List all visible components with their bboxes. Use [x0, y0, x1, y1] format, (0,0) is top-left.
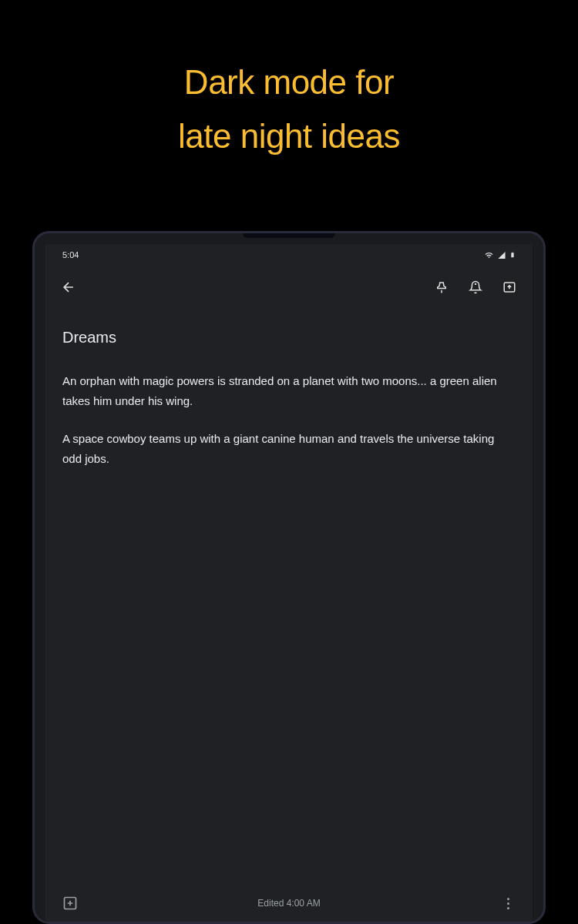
note-title[interactable]: Dreams	[62, 329, 516, 346]
status-bar: 5:04	[45, 244, 533, 266]
wifi-icon	[484, 251, 494, 259]
promo-line-1: Dark mode for	[0, 55, 578, 109]
note-paragraph-2: A space cowboy teams up with a giant can…	[62, 429, 516, 468]
reminder-button[interactable]	[466, 278, 485, 296]
bottom-bar: Edited 4:00 AM	[45, 885, 533, 922]
bell-plus-icon	[469, 280, 482, 294]
more-button[interactable]	[499, 894, 517, 912]
promo-heading: Dark mode for late night ideas	[0, 0, 578, 164]
add-button[interactable]	[61, 894, 79, 912]
back-button[interactable]	[59, 278, 78, 296]
pin-button[interactable]	[432, 278, 451, 296]
note-content[interactable]: Dreams An orphan with magic powers is st…	[45, 309, 533, 885]
app-screen: 5:04	[45, 244, 533, 922]
signal-icon	[497, 251, 506, 259]
more-vertical-icon	[500, 896, 516, 911]
status-time: 5:04	[62, 250, 79, 259]
arrow-left-icon	[61, 280, 76, 295]
note-body[interactable]: An orphan with magic powers is stranded …	[62, 371, 516, 468]
promo-line-2: late night ideas	[0, 109, 578, 163]
app-bar	[45, 266, 533, 309]
note-paragraph-1: An orphan with magic powers is stranded …	[62, 371, 516, 410]
battery-icon	[509, 250, 516, 259]
tablet-notch	[243, 233, 335, 238]
plus-box-icon	[62, 896, 78, 911]
edited-timestamp: Edited 4:00 AM	[257, 898, 320, 909]
archive-icon	[502, 280, 516, 294]
tablet-frame: 5:04	[32, 231, 546, 924]
archive-button[interactable]	[500, 278, 519, 296]
pin-icon	[435, 280, 449, 294]
status-icons	[484, 250, 516, 259]
